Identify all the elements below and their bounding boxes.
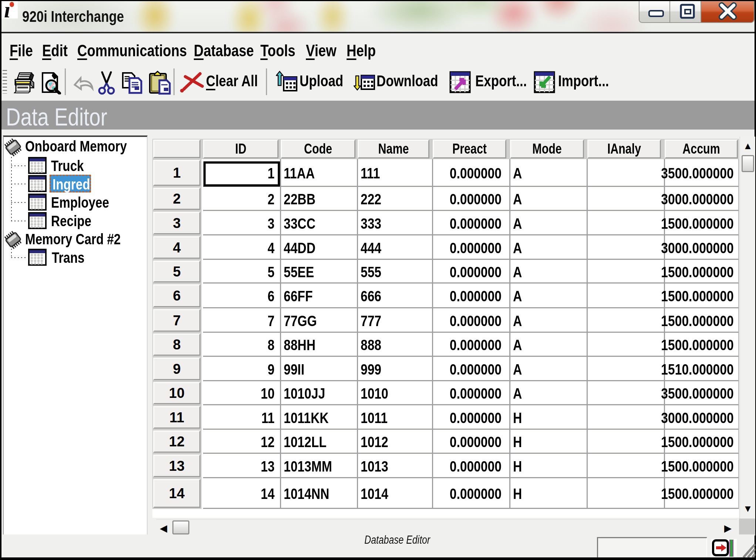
svg-text:ı: ı [4, 1, 10, 19]
